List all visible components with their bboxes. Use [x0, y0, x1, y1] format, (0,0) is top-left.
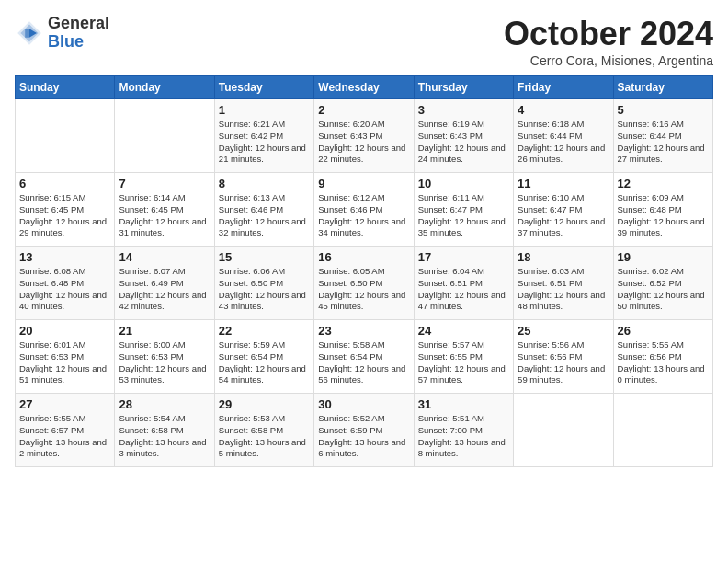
calendar-cell: 25Sunrise: 5:56 AM Sunset: 6:56 PM Dayli… [514, 320, 613, 394]
calendar-cell [514, 394, 613, 467]
calendar-cell: 31Sunrise: 5:51 AM Sunset: 7:00 PM Dayli… [414, 394, 513, 467]
calendar-cell: 18Sunrise: 6:03 AM Sunset: 6:51 PM Dayli… [514, 247, 613, 320]
calendar-cell: 13Sunrise: 6:08 AM Sunset: 6:48 PM Dayli… [16, 247, 115, 320]
calendar-table: SundayMondayTuesdayWednesdayThursdayFrid… [15, 75, 713, 467]
day-number: 24 [418, 324, 509, 338]
calendar-cell: 16Sunrise: 6:05 AM Sunset: 6:50 PM Dayli… [314, 247, 414, 320]
day-info: Sunrise: 6:19 AM Sunset: 6:43 PM Dayligh… [418, 119, 509, 166]
week-row-5: 27Sunrise: 5:55 AM Sunset: 6:57 PM Dayli… [16, 394, 713, 467]
logo-icon [15, 18, 44, 48]
day-number: 7 [119, 177, 210, 190]
day-info: Sunrise: 6:09 AM Sunset: 6:48 PM Dayligh… [618, 192, 709, 239]
day-number: 18 [518, 250, 609, 264]
day-number: 5 [618, 103, 709, 117]
calendar-cell: 20Sunrise: 6:01 AM Sunset: 6:53 PM Dayli… [16, 320, 115, 394]
calendar-cell: 6Sunrise: 6:15 AM Sunset: 6:45 PM Daylig… [16, 173, 115, 247]
calendar-cell: 23Sunrise: 5:58 AM Sunset: 6:54 PM Dayli… [314, 320, 414, 394]
day-info: Sunrise: 6:21 AM Sunset: 6:42 PM Dayligh… [219, 119, 310, 166]
svg-marker-3 [25, 29, 29, 38]
calendar-cell: 27Sunrise: 5:55 AM Sunset: 6:57 PM Dayli… [16, 394, 115, 467]
calendar-cell: 1Sunrise: 6:21 AM Sunset: 6:42 PM Daylig… [214, 99, 313, 173]
day-info: Sunrise: 6:06 AM Sunset: 6:50 PM Dayligh… [219, 266, 310, 313]
calendar-cell: 14Sunrise: 6:07 AM Sunset: 6:49 PM Dayli… [115, 247, 214, 320]
calendar-cell: 29Sunrise: 5:53 AM Sunset: 6:58 PM Dayli… [214, 394, 313, 467]
calendar-cell: 28Sunrise: 5:54 AM Sunset: 6:58 PM Dayli… [115, 394, 214, 467]
calendar-cell: 22Sunrise: 5:59 AM Sunset: 6:54 PM Dayli… [214, 320, 313, 394]
day-number: 2 [318, 103, 409, 117]
header-saturday: Saturday [613, 76, 712, 99]
day-number: 14 [119, 250, 210, 264]
day-info: Sunrise: 5:54 AM Sunset: 6:58 PM Dayligh… [119, 413, 210, 460]
calendar-cell: 9Sunrise: 6:12 AM Sunset: 6:46 PM Daylig… [314, 173, 414, 247]
calendar-cell: 4Sunrise: 6:18 AM Sunset: 6:44 PM Daylig… [514, 99, 613, 173]
calendar-body: 1Sunrise: 6:21 AM Sunset: 6:42 PM Daylig… [16, 99, 713, 467]
day-number: 8 [219, 177, 310, 190]
calendar-cell: 21Sunrise: 6:00 AM Sunset: 6:53 PM Dayli… [115, 320, 214, 394]
day-info: Sunrise: 5:57 AM Sunset: 6:55 PM Dayligh… [418, 339, 509, 386]
week-row-4: 20Sunrise: 6:01 AM Sunset: 6:53 PM Dayli… [16, 320, 713, 394]
day-number: 29 [219, 397, 310, 411]
day-info: Sunrise: 5:56 AM Sunset: 6:56 PM Dayligh… [518, 339, 609, 386]
day-info: Sunrise: 5:55 AM Sunset: 6:56 PM Dayligh… [618, 339, 709, 386]
day-info: Sunrise: 6:10 AM Sunset: 6:47 PM Dayligh… [518, 192, 609, 239]
day-info: Sunrise: 6:13 AM Sunset: 6:46 PM Dayligh… [219, 192, 310, 239]
day-number: 10 [418, 177, 509, 190]
calendar-cell: 5Sunrise: 6:16 AM Sunset: 6:44 PM Daylig… [613, 99, 712, 173]
day-number: 30 [318, 397, 409, 411]
day-number: 15 [219, 250, 310, 264]
logo: General Blue [15, 15, 109, 52]
day-number: 16 [318, 250, 409, 264]
calendar-cell: 8Sunrise: 6:13 AM Sunset: 6:46 PM Daylig… [214, 173, 313, 247]
calendar-cell: 24Sunrise: 5:57 AM Sunset: 6:55 PM Dayli… [414, 320, 513, 394]
day-info: Sunrise: 6:07 AM Sunset: 6:49 PM Dayligh… [119, 266, 210, 313]
day-info: Sunrise: 6:16 AM Sunset: 6:44 PM Dayligh… [618, 119, 709, 166]
calendar-cell: 26Sunrise: 5:55 AM Sunset: 6:56 PM Dayli… [613, 320, 712, 394]
header-thursday: Thursday [414, 76, 513, 99]
header-friday: Friday [514, 76, 613, 99]
page-header: General Blue October 2024 Cerro Cora, Mi… [15, 15, 713, 68]
day-number: 11 [518, 177, 609, 190]
calendar-cell [115, 99, 214, 173]
day-number: 1 [219, 103, 310, 117]
day-number: 23 [318, 324, 409, 338]
calendar-cell [613, 394, 712, 467]
day-info: Sunrise: 5:55 AM Sunset: 6:57 PM Dayligh… [19, 413, 110, 460]
day-info: Sunrise: 5:58 AM Sunset: 6:54 PM Dayligh… [318, 339, 409, 386]
calendar-cell: 3Sunrise: 6:19 AM Sunset: 6:43 PM Daylig… [414, 99, 513, 173]
day-number: 26 [618, 324, 709, 338]
day-number: 13 [19, 250, 110, 264]
day-info: Sunrise: 6:20 AM Sunset: 6:43 PM Dayligh… [318, 119, 409, 166]
day-number: 21 [119, 324, 210, 338]
calendar-cell: 10Sunrise: 6:11 AM Sunset: 6:47 PM Dayli… [414, 173, 513, 247]
day-number: 19 [618, 250, 709, 264]
header-tuesday: Tuesday [214, 76, 313, 99]
day-info: Sunrise: 6:04 AM Sunset: 6:51 PM Dayligh… [418, 266, 509, 313]
day-info: Sunrise: 6:11 AM Sunset: 6:47 PM Dayligh… [418, 192, 509, 239]
calendar-cell: 19Sunrise: 6:02 AM Sunset: 6:52 PM Dayli… [613, 247, 712, 320]
calendar-cell: 15Sunrise: 6:06 AM Sunset: 6:50 PM Dayli… [214, 247, 313, 320]
day-info: Sunrise: 6:02 AM Sunset: 6:52 PM Dayligh… [618, 266, 709, 313]
day-number: 3 [418, 103, 509, 117]
day-info: Sunrise: 6:14 AM Sunset: 6:45 PM Dayligh… [119, 192, 210, 239]
day-number: 9 [318, 177, 409, 190]
day-info: Sunrise: 5:51 AM Sunset: 7:00 PM Dayligh… [418, 413, 509, 460]
logo-general: General [48, 15, 109, 33]
month-title: October 2024 [504, 15, 713, 53]
week-row-2: 6Sunrise: 6:15 AM Sunset: 6:45 PM Daylig… [16, 173, 713, 247]
week-row-3: 13Sunrise: 6:08 AM Sunset: 6:48 PM Dayli… [16, 247, 713, 320]
day-info: Sunrise: 5:53 AM Sunset: 6:58 PM Dayligh… [219, 413, 310, 460]
header-wednesday: Wednesday [314, 76, 414, 99]
calendar-cell: 2Sunrise: 6:20 AM Sunset: 6:43 PM Daylig… [314, 99, 414, 173]
day-number: 22 [219, 324, 310, 338]
title-block: October 2024 Cerro Cora, Misiones, Argen… [504, 15, 713, 68]
day-info: Sunrise: 6:08 AM Sunset: 6:48 PM Dayligh… [19, 266, 110, 313]
day-info: Sunrise: 6:01 AM Sunset: 6:53 PM Dayligh… [19, 339, 110, 386]
day-number: 20 [19, 324, 110, 338]
day-number: 4 [518, 103, 609, 117]
calendar-cell: 11Sunrise: 6:10 AM Sunset: 6:47 PM Dayli… [514, 173, 613, 247]
day-info: Sunrise: 6:15 AM Sunset: 6:45 PM Dayligh… [19, 192, 110, 239]
day-number: 17 [418, 250, 509, 264]
header-monday: Monday [115, 76, 214, 99]
calendar-cell: 12Sunrise: 6:09 AM Sunset: 6:48 PM Dayli… [613, 173, 712, 247]
calendar-cell: 17Sunrise: 6:04 AM Sunset: 6:51 PM Dayli… [414, 247, 513, 320]
